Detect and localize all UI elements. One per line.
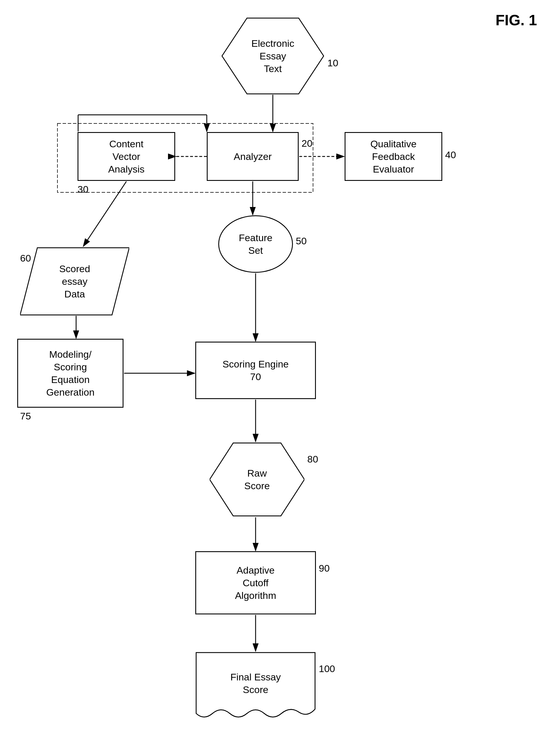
svg-line-10 bbox=[83, 181, 126, 246]
modeling-node: Modeling/ Scoring Equation Generation bbox=[17, 339, 124, 408]
adaptive-cutoff-number: 90 bbox=[319, 563, 330, 574]
feature-set-label: Feature Set bbox=[239, 231, 272, 257]
adaptive-cutoff-node: Adaptive Cutoff Algorithm bbox=[195, 551, 316, 614]
raw-score-number: 80 bbox=[307, 453, 318, 465]
fig-label: FIG. 1 bbox=[496, 11, 537, 29]
raw-score-node: Raw Score bbox=[210, 442, 304, 517]
analyzer-label: Analyzer bbox=[234, 150, 272, 163]
analyzer-node: Analyzer bbox=[207, 132, 299, 181]
electronic-essay-text-node: Electronic Essay Text bbox=[221, 17, 325, 95]
scoring-engine-label: Scoring Engine 70 bbox=[223, 358, 289, 383]
qualitative-label: Qualitative Feedback Evaluator bbox=[371, 137, 417, 176]
scored-essay-label: Scored essay Data bbox=[59, 262, 90, 301]
final-essay-node: Final Essay Score bbox=[195, 652, 316, 724]
final-essay-label: Final Essay Score bbox=[230, 671, 281, 696]
content-vector-node: Content Vector Analysis bbox=[78, 132, 175, 181]
final-essay-number: 100 bbox=[319, 663, 335, 674]
scoring-engine-node: Scoring Engine 70 bbox=[195, 342, 316, 399]
modeling-number: 75 bbox=[20, 410, 31, 422]
content-vector-label: Content Vector Analysis bbox=[108, 137, 145, 176]
qualitative-number: 40 bbox=[445, 149, 456, 161]
feature-set-node: Feature Set bbox=[218, 215, 293, 273]
scored-essay-number: 60 bbox=[20, 253, 31, 264]
scored-essay-node: Scored essay Data bbox=[20, 247, 129, 316]
electronic-essay-number: 10 bbox=[328, 57, 338, 69]
feature-set-number: 50 bbox=[296, 235, 307, 247]
content-vector-number: 30 bbox=[78, 184, 88, 195]
modeling-label: Modeling/ Scoring Equation Generation bbox=[46, 348, 94, 399]
adaptive-cutoff-label: Adaptive Cutoff Algorithm bbox=[235, 564, 276, 602]
electronic-essay-text-label: Electronic Essay Text bbox=[251, 37, 294, 75]
analyzer-number: 20 bbox=[302, 138, 312, 149]
qualitative-node: Qualitative Feedback Evaluator bbox=[345, 132, 442, 181]
raw-score-label: Raw Score bbox=[244, 467, 270, 492]
